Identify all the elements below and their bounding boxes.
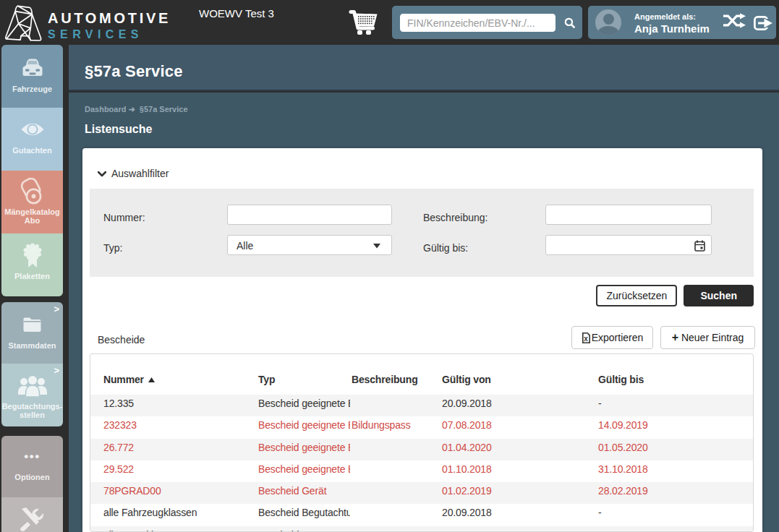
svg-text:x: x xyxy=(584,335,588,343)
